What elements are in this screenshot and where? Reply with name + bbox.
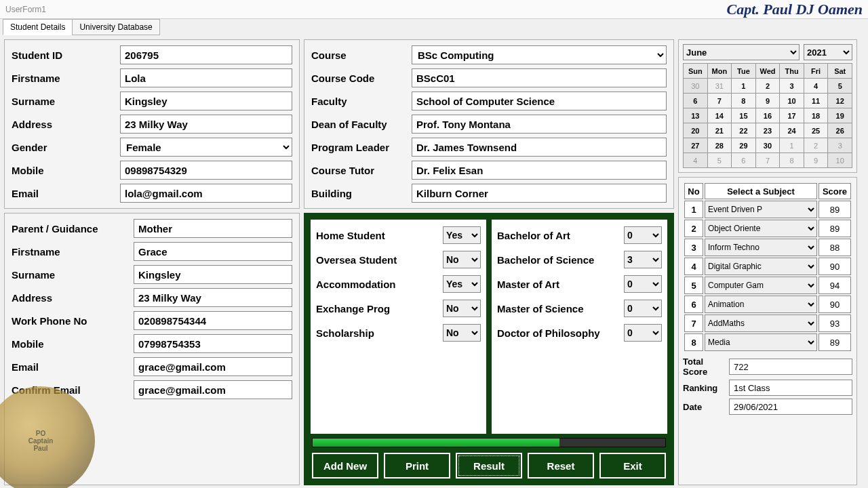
input-guardian-rel[interactable] [134, 219, 292, 238]
subj-select[interactable]: Computer Gam [705, 277, 817, 294]
subj-select[interactable]: Object Oriente [705, 220, 817, 237]
cal-day[interactable]: 29 [732, 138, 756, 153]
subj-no: 4 [684, 258, 703, 275]
cal-day[interactable]: 6 [684, 94, 708, 108]
input-guardian-email[interactable] [134, 357, 292, 376]
cal-day[interactable]: 24 [780, 123, 804, 138]
cal-day[interactable]: 26 [828, 123, 852, 138]
cal-day[interactable]: 1 [732, 79, 756, 94]
cal-day[interactable]: 8 [732, 94, 756, 108]
cal-day[interactable]: 16 [755, 108, 780, 123]
cal-day[interactable]: 23 [755, 123, 780, 138]
input-building[interactable] [412, 184, 667, 203]
tab-student-details[interactable]: Student Details [3, 19, 73, 35]
input-mobile[interactable] [120, 161, 292, 180]
reset-button[interactable]: Reset [528, 453, 594, 479]
cal-day[interactable]: 3 [828, 138, 852, 153]
select-ba[interactable]: 0 [624, 226, 662, 244]
input-date[interactable] [729, 399, 852, 415]
input-guardian-work[interactable] [134, 311, 292, 330]
cal-day[interactable]: 10 [828, 153, 852, 168]
input-guardian-addr[interactable] [134, 288, 292, 307]
select-year[interactable]: 2021 [804, 44, 852, 60]
input-ranking[interactable] [729, 380, 852, 396]
cal-day[interactable]: 30 [755, 138, 780, 153]
input-faculty[interactable] [412, 92, 667, 110]
cal-day[interactable]: 7 [707, 94, 732, 108]
cal-day[interactable]: 5 [707, 153, 732, 168]
cal-day[interactable]: 18 [804, 108, 828, 123]
input-email[interactable] [120, 184, 292, 203]
cal-day[interactable]: 19 [828, 108, 852, 123]
cal-day[interactable]: 17 [780, 108, 804, 123]
subj-select[interactable]: Animation [705, 296, 817, 313]
cal-day[interactable]: 9 [755, 94, 780, 108]
exit-button[interactable]: Exit [599, 453, 666, 479]
subj-score: 89 [818, 201, 851, 218]
select-gender[interactable]: Female [120, 138, 292, 157]
cal-day[interactable]: 30 [684, 79, 708, 94]
select-scholar[interactable]: No [443, 324, 481, 342]
cal-day[interactable]: 12 [828, 94, 852, 108]
tab-university-database[interactable]: University Database [72, 19, 159, 35]
label-bsc: Bachelor of Science [497, 254, 594, 266]
cal-day[interactable]: 27 [684, 138, 708, 153]
input-guardian-mobile[interactable] [134, 334, 292, 353]
label-phd: Doctor of Philosophy [497, 327, 600, 339]
add-new-button[interactable]: Add New [312, 453, 378, 479]
cal-day[interactable]: 6 [732, 153, 756, 168]
cal-day[interactable]: 5 [828, 79, 852, 94]
input-surname[interactable] [120, 92, 292, 110]
select-phd[interactable]: 0 [624, 324, 662, 342]
input-guardian-sur[interactable] [134, 265, 292, 284]
input-course-code[interactable] [412, 68, 667, 87]
cal-day[interactable]: 3 [780, 79, 804, 94]
input-dean[interactable] [412, 115, 667, 134]
cal-day[interactable]: 20 [684, 123, 708, 138]
subj-select[interactable]: AddMaths [705, 314, 817, 332]
result-button[interactable]: Result [456, 453, 522, 479]
cal-day[interactable]: 4 [684, 153, 708, 168]
cal-day[interactable]: 28 [707, 138, 732, 153]
select-oversea[interactable]: No [443, 251, 481, 268]
cal-day[interactable]: 7 [755, 153, 780, 168]
subj-select[interactable]: Media [705, 333, 817, 351]
select-exchange[interactable]: No [443, 300, 481, 317]
subj-select[interactable]: Event Driven P [705, 201, 817, 218]
cal-day[interactable]: 9 [804, 153, 828, 168]
cal-day[interactable]: 31 [707, 79, 732, 94]
subj-no: 3 [684, 239, 703, 256]
cal-day[interactable]: 14 [707, 108, 732, 123]
cal-day[interactable]: 13 [684, 108, 708, 123]
input-guardian-confirm[interactable] [134, 380, 292, 399]
select-bsc[interactable]: 3 [624, 251, 662, 268]
select-month[interactable]: June [683, 44, 800, 60]
select-ma[interactable]: 0 [624, 275, 662, 293]
input-tutor[interactable] [412, 161, 667, 180]
select-msc[interactable]: 0 [624, 300, 662, 317]
cal-day[interactable]: 2 [804, 138, 828, 153]
print-button[interactable]: Print [384, 453, 450, 479]
cal-day[interactable]: 2 [755, 79, 780, 94]
cal-day[interactable]: 10 [780, 94, 804, 108]
select-home-student[interactable]: Yes [443, 226, 481, 244]
label-exchange: Exchange Prog [316, 303, 390, 314]
select-course[interactable]: BSc Computing [412, 45, 667, 64]
cal-day[interactable]: 1 [780, 138, 804, 153]
cal-day[interactable]: 21 [707, 123, 732, 138]
cal-day[interactable]: 22 [732, 123, 756, 138]
cal-day[interactable]: 11 [804, 94, 828, 108]
cal-day[interactable]: 8 [780, 153, 804, 168]
subj-select[interactable]: Digital Graphic [705, 258, 817, 275]
cal-day[interactable]: 15 [732, 108, 756, 123]
input-total-score[interactable] [729, 359, 852, 375]
input-guardian-first[interactable] [134, 242, 292, 261]
select-accom[interactable]: Yes [443, 275, 481, 293]
input-leader[interactable] [412, 138, 667, 157]
subj-select[interactable]: Inform Techno [705, 239, 817, 256]
cal-day[interactable]: 4 [804, 79, 828, 94]
cal-day[interactable]: 25 [804, 123, 828, 138]
input-firstname[interactable] [120, 68, 292, 87]
input-student-id[interactable] [120, 45, 292, 64]
input-address[interactable] [120, 115, 292, 134]
